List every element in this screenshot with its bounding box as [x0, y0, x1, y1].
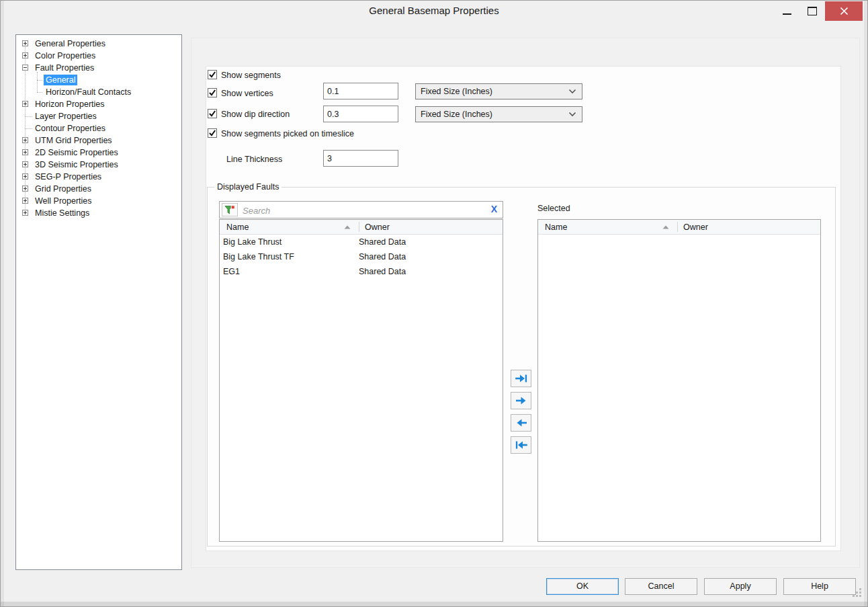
table-header: NameOwner	[220, 220, 503, 235]
tree-item-general-properties[interactable]: General Properties	[16, 38, 181, 50]
expand-plus-icon[interactable]	[22, 198, 28, 204]
expand-plus-icon[interactable]	[22, 40, 28, 46]
tree-item-color-properties[interactable]: Color Properties	[16, 50, 181, 62]
help-button[interactable]: Help	[783, 578, 856, 595]
column-divider	[677, 222, 678, 232]
column-header-owner[interactable]: Owner	[677, 222, 820, 232]
column-divider	[359, 222, 359, 232]
expand-plus-icon[interactable]	[22, 137, 28, 143]
tree-item-2d-seismic-properties[interactable]: 2D Seismic Properties	[16, 147, 181, 159]
tree-item-layer-properties[interactable]: Layer Properties	[16, 110, 181, 122]
cell-owner: Shared Data	[359, 252, 503, 261]
maximize-button[interactable]	[801, 1, 823, 21]
move-left-icon	[515, 418, 528, 428]
show-dip-units-select[interactable]: Fixed Size (Inches)	[415, 106, 582, 122]
tree-item-fault-properties[interactable]: Fault Properties	[16, 62, 181, 74]
table-header: NameOwner	[538, 220, 820, 235]
check-icon	[208, 129, 216, 137]
move-left-button[interactable]	[511, 414, 531, 432]
apply-button[interactable]: Apply	[704, 578, 777, 595]
filter-funnel-icon	[224, 205, 235, 215]
show-timeslice-label: Show segments picked on timeslice	[221, 129, 354, 138]
cell-name: EG1	[220, 267, 359, 276]
show-dip-size-input[interactable]	[323, 106, 398, 122]
available-fault-row-big-lake-thrust[interactable]: Big Lake ThrustShared Data	[220, 235, 503, 249]
tree-item-label: Layer Properties	[33, 111, 99, 122]
tree-connector	[37, 92, 42, 93]
clear-search-icon[interactable]: X	[491, 204, 497, 214]
cancel-button[interactable]: Cancel	[625, 578, 697, 595]
show-vertices-label: Show vertices	[221, 89, 273, 98]
displayed-faults-group-label: Displayed Faults	[214, 182, 281, 192]
titlebar: General Basemap Properties	[1, 1, 867, 22]
expand-plus-icon[interactable]	[22, 161, 28, 167]
expand-plus-icon[interactable]	[22, 149, 28, 155]
show-vertices-checkbox[interactable]	[208, 88, 217, 97]
expand-plus-icon[interactable]	[22, 173, 28, 179]
window-title: General Basemap Properties	[1, 1, 867, 21]
tree-item-contour-properties[interactable]: Contour Properties	[16, 122, 181, 134]
search-input[interactable]	[241, 202, 486, 218]
ok-button[interactable]: OK	[546, 578, 619, 595]
tree-item-grid-properties[interactable]: Grid Properties	[16, 183, 181, 195]
tree-item-3d-seismic-properties[interactable]: 3D Seismic Properties	[16, 159, 181, 171]
tree-item-general[interactable]: General	[16, 74, 181, 86]
tree-item-mistie-settings[interactable]: Mistie Settings	[16, 207, 181, 219]
tree-item-label: Grid Properties	[33, 184, 93, 194]
tree-item-horizon-fault-contacts[interactable]: Horizon/Fault Contacts	[16, 86, 181, 98]
line-thickness-input[interactable]	[323, 150, 398, 167]
column-header-label: Name	[226, 222, 344, 232]
selected-list-label: Selected	[537, 204, 570, 213]
resize-grip-icon[interactable]	[852, 588, 863, 598]
minimize-icon	[783, 13, 791, 15]
tree-item-well-properties[interactable]: Well Properties	[16, 195, 181, 207]
available-fault-row-big-lake-thrust-tf[interactable]: Big Lake Thrust TFShared Data	[220, 249, 503, 264]
tree-item-seg-p-properties[interactable]: SEG-P Properties	[16, 171, 181, 183]
close-button[interactable]	[825, 1, 863, 21]
close-icon	[840, 7, 849, 15]
tree-item-horizon-properties[interactable]: Horizon Properties	[16, 98, 181, 110]
check-icon	[208, 89, 216, 97]
show-dip-direction-label: Show dip direction	[221, 110, 290, 119]
sort-ascending-icon	[662, 225, 669, 229]
show-vertices-size-input[interactable]	[323, 83, 398, 99]
cell-name: Big Lake Thrust	[220, 237, 359, 247]
tree-connector	[25, 128, 32, 129]
available-fault-row-eg1[interactable]: EG1Shared Data	[220, 264, 503, 279]
column-header-name[interactable]: Name	[220, 222, 359, 232]
expand-plus-icon[interactable]	[22, 52, 28, 58]
show-dip-direction-checkbox[interactable]	[208, 109, 217, 118]
tree-item-utm-grid-properties[interactable]: UTM Grid Properties	[16, 134, 181, 147]
general-basemap-properties-dialog: General Basemap Properties General Prope…	[0, 0, 868, 607]
expand-plus-icon[interactable]	[22, 210, 28, 216]
tree-item-label: Contour Properties	[33, 123, 107, 134]
check-icon	[208, 110, 216, 118]
minimize-button[interactable]	[775, 1, 798, 21]
column-header-name[interactable]: Name	[538, 222, 677, 232]
tree-item-label: SEG-P Properties	[33, 171, 103, 182]
show-timeslice-checkbox[interactable]	[208, 128, 217, 138]
line-thickness-label: Line Thickness	[226, 155, 282, 164]
tree-item-label: General	[44, 75, 77, 85]
column-header-owner[interactable]: Owner	[359, 222, 503, 232]
properties-tree: General PropertiesColor PropertiesFault …	[15, 34, 182, 570]
tree-connector	[25, 116, 32, 117]
move-all-left-button[interactable]	[511, 436, 531, 454]
expand-plus-icon[interactable]	[22, 101, 28, 107]
tree-item-label: UTM Grid Properties	[33, 135, 114, 146]
tree-item-label: Well Properties	[33, 196, 94, 206]
show-segments-checkbox[interactable]	[208, 70, 217, 79]
tree-item-label: Fault Properties	[33, 63, 96, 73]
available-faults-table: NameOwnerBig Lake ThrustShared DataBig L…	[219, 219, 503, 542]
fault-search-bar: X	[219, 201, 503, 218]
check-icon	[208, 71, 216, 79]
show-vertices-units-select[interactable]: Fixed Size (Inches)	[415, 83, 582, 99]
filter-button[interactable]	[222, 203, 238, 216]
cell-owner: Shared Data	[359, 237, 503, 247]
move-right-button[interactable]	[511, 392, 531, 409]
expand-plus-icon[interactable]	[22, 186, 28, 192]
collapse-minus-icon[interactable]	[22, 65, 28, 71]
move-right-icon	[515, 396, 528, 405]
tree-item-label: Horizon Properties	[33, 99, 107, 110]
move-all-right-button[interactable]	[511, 370, 531, 387]
